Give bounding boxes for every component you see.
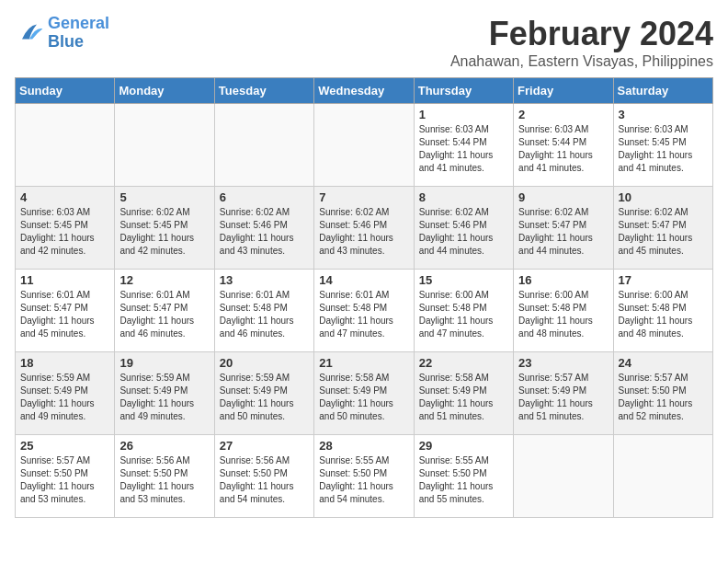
day-info: Sunrise: 5:55 AMSunset: 5:50 PMDaylight:… [319, 454, 408, 506]
day-info: Sunrise: 6:02 AMSunset: 5:46 PMDaylight:… [220, 206, 309, 258]
calendar-cell: 17Sunrise: 6:00 AMSunset: 5:48 PMDayligh… [613, 270, 712, 352]
day-info: Sunrise: 6:03 AMSunset: 5:45 PMDaylight:… [20, 206, 109, 258]
header-day-thursday: Thursday [414, 78, 513, 104]
week-row-4: 18Sunrise: 5:59 AMSunset: 5:49 PMDayligh… [16, 352, 713, 435]
calendar-cell: 27Sunrise: 5:56 AMSunset: 5:50 PMDayligh… [214, 435, 313, 518]
day-info: Sunrise: 6:02 AMSunset: 5:47 PMDaylight:… [619, 206, 708, 258]
calendar-cell: 14Sunrise: 6:01 AMSunset: 5:48 PMDayligh… [314, 270, 414, 352]
day-info: Sunrise: 5:59 AMSunset: 5:49 PMDaylight:… [20, 372, 109, 423]
day-number: 13 [220, 273, 309, 287]
day-number: 20 [220, 356, 309, 370]
day-info: Sunrise: 5:59 AMSunset: 5:49 PMDaylight:… [119, 372, 209, 423]
header-day-friday: Friday [514, 78, 613, 104]
calendar-cell: 5Sunrise: 6:02 AMSunset: 5:45 PMDaylight… [115, 187, 214, 270]
calendar-cell: 28Sunrise: 5:55 AMSunset: 5:50 PMDayligh… [314, 435, 414, 518]
day-info: Sunrise: 5:59 AMSunset: 5:49 PMDaylight:… [220, 372, 309, 423]
calendar-cell [314, 104, 414, 187]
calendar-cell: 16Sunrise: 6:00 AMSunset: 5:48 PMDayligh… [514, 270, 613, 352]
calendar-cell: 7Sunrise: 6:02 AMSunset: 5:46 PMDaylight… [314, 187, 414, 270]
day-number: 4 [20, 190, 109, 204]
day-info: Sunrise: 5:57 AMSunset: 5:49 PMDaylight:… [518, 372, 608, 423]
day-number: 6 [220, 190, 309, 204]
day-number: 27 [220, 439, 309, 453]
calendar-cell: 10Sunrise: 6:02 AMSunset: 5:47 PMDayligh… [613, 187, 712, 270]
calendar-cell: 12Sunrise: 6:01 AMSunset: 5:47 PMDayligh… [115, 270, 214, 352]
day-info: Sunrise: 5:57 AMSunset: 5:50 PMDaylight:… [619, 372, 708, 423]
logo: General Blue [15, 15, 109, 52]
header-row: SundayMondayTuesdayWednesdayThursdayFrid… [16, 78, 713, 104]
day-number: 5 [119, 190, 209, 204]
calendar-cell: 9Sunrise: 6:02 AMSunset: 5:47 PMDaylight… [514, 187, 613, 270]
calendar-cell: 23Sunrise: 5:57 AMSunset: 5:49 PMDayligh… [514, 352, 613, 435]
calendar-body: 1Sunrise: 6:03 AMSunset: 5:44 PMDaylight… [16, 104, 713, 518]
day-info: Sunrise: 5:57 AMSunset: 5:50 PMDaylight:… [20, 454, 109, 506]
day-number: 2 [518, 108, 608, 121]
calendar-cell [514, 435, 613, 518]
day-number: 12 [119, 273, 209, 287]
calendar-cell: 19Sunrise: 5:59 AMSunset: 5:49 PMDayligh… [115, 352, 214, 435]
header-day-saturday: Saturday [613, 78, 712, 104]
logo-line2: Blue [48, 32, 84, 51]
calendar-cell [16, 104, 115, 187]
day-number: 9 [518, 190, 608, 204]
header-day-sunday: Sunday [16, 78, 115, 104]
calendar-cell: 20Sunrise: 5:59 AMSunset: 5:49 PMDayligh… [214, 352, 313, 435]
day-number: 23 [518, 356, 608, 370]
week-row-5: 25Sunrise: 5:57 AMSunset: 5:50 PMDayligh… [16, 435, 713, 518]
logo-text: General Blue [48, 15, 109, 52]
calendar-cell: 11Sunrise: 6:01 AMSunset: 5:47 PMDayligh… [16, 270, 115, 352]
day-number: 24 [619, 356, 708, 370]
day-info: Sunrise: 6:01 AMSunset: 5:47 PMDaylight:… [119, 289, 209, 340]
header-day-wednesday: Wednesday [314, 78, 414, 104]
day-info: Sunrise: 6:03 AMSunset: 5:45 PMDaylight:… [619, 123, 708, 175]
title-area: February 2024 Anahawan, Eastern Visayas,… [450, 15, 713, 70]
logo-bird-icon [15, 18, 44, 48]
day-number: 17 [619, 273, 708, 287]
day-number: 29 [419, 439, 508, 453]
day-number: 22 [419, 356, 508, 370]
calendar-cell: 29Sunrise: 5:55 AMSunset: 5:50 PMDayligh… [414, 435, 513, 518]
calendar-cell: 15Sunrise: 6:00 AMSunset: 5:48 PMDayligh… [414, 270, 513, 352]
day-info: Sunrise: 5:58 AMSunset: 5:49 PMDaylight:… [419, 372, 508, 423]
day-info: Sunrise: 5:55 AMSunset: 5:50 PMDaylight:… [419, 454, 508, 506]
calendar-cell [115, 104, 214, 187]
calendar-cell: 8Sunrise: 6:02 AMSunset: 5:46 PMDaylight… [414, 187, 513, 270]
day-number: 8 [419, 190, 508, 204]
day-info: Sunrise: 6:02 AMSunset: 5:47 PMDaylight:… [518, 206, 608, 258]
day-info: Sunrise: 5:58 AMSunset: 5:49 PMDaylight:… [319, 372, 408, 423]
calendar-cell: 25Sunrise: 5:57 AMSunset: 5:50 PMDayligh… [16, 435, 115, 518]
calendar-cell: 13Sunrise: 6:01 AMSunset: 5:48 PMDayligh… [214, 270, 313, 352]
day-number: 26 [119, 439, 209, 453]
day-number: 28 [319, 439, 408, 453]
day-number: 3 [619, 108, 708, 121]
calendar-cell: 2Sunrise: 6:03 AMSunset: 5:44 PMDaylight… [514, 104, 613, 187]
calendar-cell: 3Sunrise: 6:03 AMSunset: 5:45 PMDaylight… [613, 104, 712, 187]
day-number: 11 [20, 273, 109, 287]
day-info: Sunrise: 6:03 AMSunset: 5:44 PMDaylight:… [419, 123, 508, 175]
calendar-cell: 6Sunrise: 6:02 AMSunset: 5:46 PMDaylight… [214, 187, 313, 270]
week-row-1: 1Sunrise: 6:03 AMSunset: 5:44 PMDaylight… [16, 104, 713, 187]
day-number: 16 [518, 273, 608, 287]
calendar-cell [214, 104, 313, 187]
calendar-cell: 26Sunrise: 5:56 AMSunset: 5:50 PMDayligh… [115, 435, 214, 518]
day-info: Sunrise: 5:56 AMSunset: 5:50 PMDaylight:… [220, 454, 309, 506]
week-row-3: 11Sunrise: 6:01 AMSunset: 5:47 PMDayligh… [16, 270, 713, 352]
day-info: Sunrise: 6:00 AMSunset: 5:48 PMDaylight:… [619, 289, 708, 340]
calendar-cell [613, 435, 712, 518]
day-number: 14 [319, 273, 408, 287]
day-number: 18 [20, 356, 109, 370]
day-info: Sunrise: 6:03 AMSunset: 5:44 PMDaylight:… [518, 123, 608, 175]
day-number: 21 [319, 356, 408, 370]
week-row-2: 4Sunrise: 6:03 AMSunset: 5:45 PMDaylight… [16, 187, 713, 270]
page-title: February 2024 [450, 15, 713, 53]
calendar-table: SundayMondayTuesdayWednesdayThursdayFrid… [15, 77, 713, 518]
calendar-header: SundayMondayTuesdayWednesdayThursdayFrid… [16, 78, 713, 104]
calendar-cell: 4Sunrise: 6:03 AMSunset: 5:45 PMDaylight… [16, 187, 115, 270]
day-info: Sunrise: 6:00 AMSunset: 5:48 PMDaylight:… [419, 289, 508, 340]
day-number: 1 [419, 108, 508, 121]
day-number: 25 [20, 439, 109, 453]
day-number: 7 [319, 190, 408, 204]
day-number: 10 [619, 190, 708, 204]
day-info: Sunrise: 6:02 AMSunset: 5:46 PMDaylight:… [419, 206, 508, 258]
page-subtitle: Anahawan, Eastern Visayas, Philippines [450, 53, 713, 70]
